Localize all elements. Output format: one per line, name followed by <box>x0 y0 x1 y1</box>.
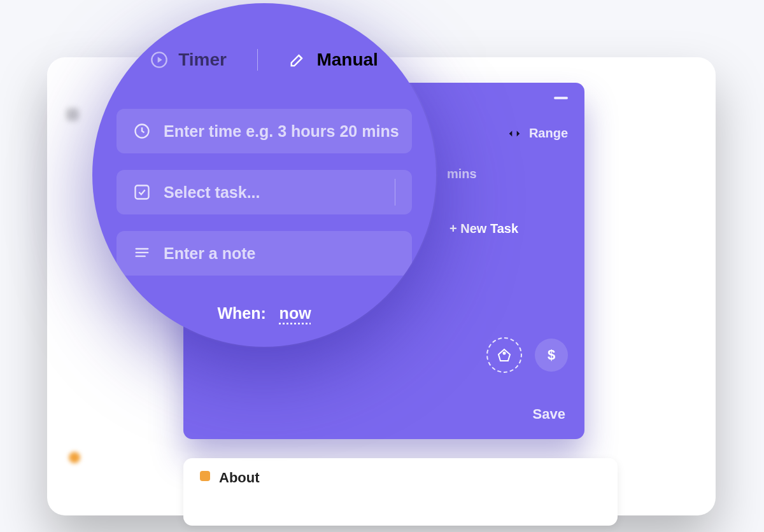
task-card-about[interactable]: About <box>183 458 618 526</box>
tab-timer[interactable]: Timer <box>145 49 232 71</box>
task-select[interactable]: Select task... <box>117 170 412 214</box>
range-icon <box>507 127 521 141</box>
tab-manual-label: Manual <box>316 50 378 70</box>
task-color-chip <box>200 471 210 481</box>
tags-icon <box>497 347 512 363</box>
note-placeholder: Enter a note <box>164 244 255 263</box>
clock-icon <box>133 122 151 140</box>
minimize-button[interactable] <box>554 97 568 99</box>
tab-timer-label: Timer <box>178 50 227 70</box>
range-label: Range <box>529 126 568 141</box>
when-value: now <box>279 304 311 322</box>
tab-separator <box>257 49 258 71</box>
play-circle-icon <box>150 51 168 69</box>
range-toggle[interactable]: Range <box>507 126 568 141</box>
field-divider <box>395 179 395 206</box>
note-input[interactable]: Enter a note <box>117 231 412 276</box>
tags-button[interactable] <box>486 337 522 373</box>
status-dot <box>69 452 80 463</box>
time-placeholder: Enter time e.g. 3 hours 20 mins <box>164 122 399 141</box>
magnifier-lens: Timer Manual Enter time e.g. 3 hours 20 … <box>92 3 436 347</box>
task-placeholder: Select task... <box>164 183 260 202</box>
time-placeholder-tail: mins <box>447 167 477 181</box>
note-lines-icon <box>133 244 151 262</box>
billable-button[interactable]: $ <box>535 339 568 372</box>
dollar-icon: $ <box>548 347 555 363</box>
svg-point-0 <box>504 353 506 354</box>
when-label: When: <box>217 304 265 322</box>
svg-rect-3 <box>136 186 149 199</box>
task-card-title: About <box>219 470 260 486</box>
save-button[interactable]: Save <box>533 406 565 423</box>
task-check-icon <box>133 183 151 201</box>
tab-manual[interactable]: Manual <box>283 49 383 71</box>
time-input[interactable]: Enter time e.g. 3 hours 20 mins <box>117 109 412 153</box>
edit-icon <box>288 51 306 69</box>
new-task-button[interactable]: + New Task <box>449 221 518 236</box>
